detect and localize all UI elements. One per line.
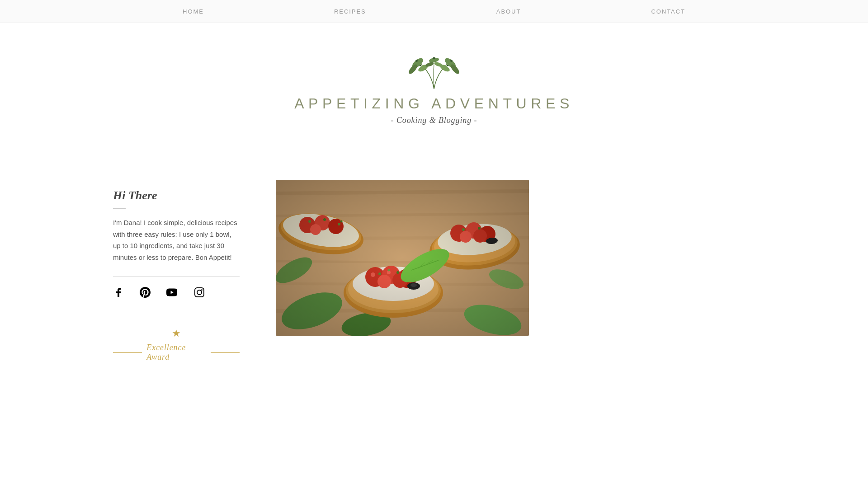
hero-divider [9, 139, 859, 139]
pinterest-icon[interactable] [140, 287, 151, 300]
award-line-right [211, 352, 240, 353]
left-panel: Hi There I'm Dana! I cook simple, delici… [113, 180, 240, 362]
svg-rect-72 [276, 180, 529, 336]
main-content: Hi There I'm Dana! I cook simple, delici… [0, 153, 868, 389]
site-subtitle: - Cooking & Blogging - [391, 116, 477, 125]
bruschetta-image [276, 180, 529, 336]
award-star-icon: ★ [172, 328, 181, 339]
hero-section: APPETIZING ADVENTURES - Cooking & Bloggi… [0, 23, 868, 153]
social-divider [113, 277, 240, 277]
svg-point-15 [197, 290, 202, 295]
nav-contact[interactable]: CONTACT [651, 8, 685, 15]
youtube-icon[interactable] [166, 287, 178, 300]
nav-home[interactable]: HOME [183, 8, 204, 15]
svg-point-12 [420, 65, 421, 66]
award-label: Excellence Award [146, 343, 206, 362]
award-section: ★ Excellence Award [113, 328, 240, 362]
award-label-row: Excellence Award [113, 343, 240, 362]
navigation: HOME RECIPES ABOUT CONTACT [0, 0, 868, 23]
site-title: APPETIZING ADVENTURES [294, 95, 574, 112]
food-image [276, 180, 529, 336]
social-icons-row [113, 287, 240, 300]
nav-recipes[interactable]: RECIPES [334, 8, 366, 15]
nav-about[interactable]: ABOUT [496, 8, 521, 15]
award-line-left [113, 352, 142, 353]
instagram-icon[interactable] [194, 287, 205, 300]
food-image-panel [276, 180, 529, 336]
svg-point-9 [415, 60, 418, 62]
bio-text: I'm Dana! I cook simple, delicious recip… [113, 217, 240, 263]
svg-point-11 [433, 57, 435, 60]
svg-rect-14 [195, 288, 204, 297]
logo-plant-icon [398, 50, 470, 95]
greeting-divider [113, 208, 126, 209]
svg-point-10 [450, 60, 453, 62]
greeting-heading: Hi There [113, 189, 240, 202]
svg-point-13 [447, 65, 448, 66]
facebook-icon[interactable] [113, 287, 124, 300]
svg-point-16 [201, 289, 203, 291]
